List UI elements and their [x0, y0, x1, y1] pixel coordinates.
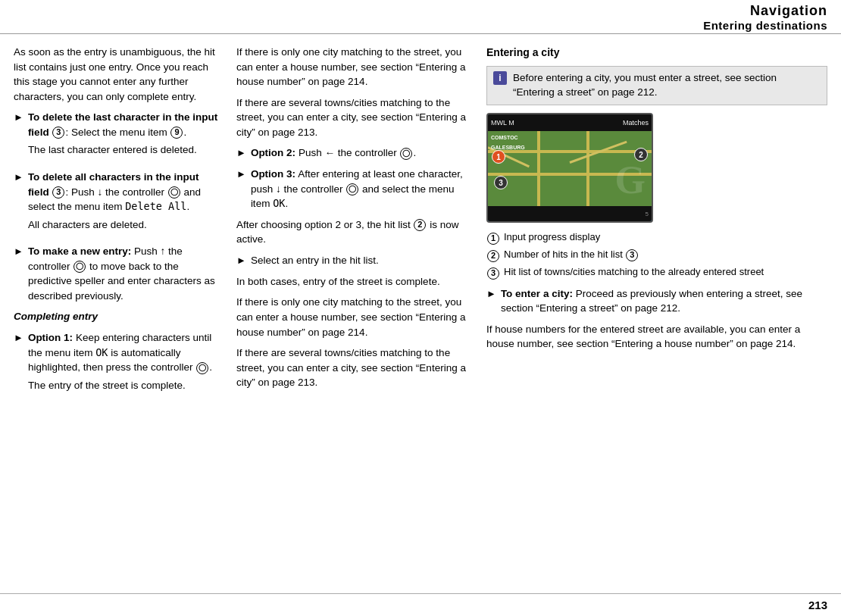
house-number-text: If house numbers for the entered street …: [486, 322, 827, 352]
arrow-icon-5: ►: [236, 146, 246, 161]
bullet-new-entry: ► To make a new entry: Push ↑ the contro…: [14, 244, 221, 303]
option1-label: Option 1:: [28, 332, 73, 343]
road-horizontal-1: [488, 150, 652, 153]
bold-label-3: To make a new entry:: [28, 245, 131, 257]
circle-ctrl-4: ◯: [400, 148, 412, 160]
column-middle: If there is only one city matching to th…: [233, 45, 483, 573]
caption-circle-3: 3: [486, 266, 500, 280]
repeat-intro1: If there is only one city matching to th…: [236, 295, 471, 339]
bullet-enter-city-content: To enter a city: Proceed as previously w…: [501, 286, 827, 316]
info-box: i Before entering a city, you must enter…: [486, 66, 827, 105]
column-left: As soon as the entry is unambiguous, the…: [14, 45, 233, 573]
city-label-2: GALESBURG: [491, 145, 525, 150]
content-area: As soon as the entry is unambiguous, the…: [0, 34, 841, 580]
caption-item-3: 3 Hit list of towns/cities matching to t…: [486, 265, 827, 280]
info-text: Before entering a city, you must enter a…: [513, 71, 821, 100]
header-subtitle: Entering destinations: [0, 19, 827, 32]
bullet-option1: ► Option 1: Keep entering characters unt…: [14, 330, 221, 399]
after-options: After choosing option 2 or 3, the hit li…: [236, 217, 471, 247]
menu-ok: OK: [95, 346, 108, 358]
caption-text-3: Hit list of towns/cities matching to the…: [504, 265, 764, 279]
map-letter-g: G: [615, 158, 646, 202]
arrow-icon-2: ►: [14, 170, 23, 238]
repeat-intro2: If there are several towns/cities matchi…: [236, 346, 471, 390]
circle-3: 3: [52, 127, 64, 139]
circle-ctrl-3: ◯: [196, 362, 208, 374]
circle-ctrl: ◯: [168, 186, 180, 199]
nav-screen-image: MWL M Matches City:: [486, 113, 653, 223]
info-icon: i: [493, 71, 507, 85]
bullet-option1-content: Option 1: Keep entering characters until…: [28, 330, 221, 399]
nav-badge-2: 2: [634, 148, 648, 161]
both-cases: In both cases, entry of the street is co…: [236, 274, 471, 289]
page-header: Navigation Entering destinations: [0, 0, 841, 34]
arrow-icon-6: ►: [236, 167, 246, 211]
option2-label: Option 2:: [251, 147, 295, 158]
delete-last-note: The last character entered is deleted.: [28, 142, 221, 158]
option1-note: The entry of the street is complete.: [28, 378, 221, 393]
mid-intro2: If there are several towns/cities matchi…: [236, 95, 471, 140]
caption-circle-2: 2: [486, 249, 500, 262]
option3-label: Option 3:: [251, 168, 295, 180]
menu-delete-all: Delete All: [125, 200, 186, 212]
nav-map-area: COMSTOC GALESBURG G 1 2 3: [488, 131, 652, 206]
entering-city-heading: Entering a city: [486, 45, 827, 60]
caption-text-2: Number of hits in the hit list 3: [504, 248, 639, 261]
bold-label: To delete the last character in the inpu…: [28, 111, 217, 138]
mid-intro1: If there is only one city matching to th…: [236, 45, 471, 89]
nav-bottom-num: 5: [646, 211, 649, 217]
caption-circle-1: 1: [486, 231, 500, 245]
header-title: Navigation: [0, 3, 827, 19]
circle-ctrl-2: ◯: [73, 261, 86, 273]
bullet-delete-all: ► To delete all characters in the input …: [14, 170, 221, 238]
circle-3b: 3: [52, 186, 64, 199]
bullet-option3: ► Option 3: After entering at least one …: [236, 167, 471, 211]
arrow-icon-7: ►: [236, 254, 246, 268]
circle-ctrl-5: ◯: [346, 183, 358, 195]
nav-top-label: Matches: [623, 119, 649, 127]
road-vertical-1: [537, 131, 540, 206]
road-vertical-2: [586, 131, 589, 206]
bullet-select-entry-content: Select an entry in the hit list.: [251, 253, 471, 268]
nav-badge-3: 3: [494, 176, 508, 189]
nav-top-left-text: MWL M: [491, 119, 514, 127]
nav-map-bg: COMSTOC GALESBURG G 1 2 3: [488, 131, 652, 206]
column-right: Entering a city i Before entering a city…: [483, 45, 827, 573]
bullet-new-entry-content: To make a new entry: Push ↑ the controll…: [28, 244, 221, 303]
bullet-option3-content: Option 3: After entering at least one ch…: [251, 167, 471, 211]
bullet-delete-last-content: To delete the last character in the inpu…: [28, 110, 221, 164]
city-label-1: COMSTOC: [491, 135, 518, 140]
arrow-icon-4: ►: [14, 331, 23, 399]
arrow-icon-8: ►: [486, 287, 496, 316]
bullet-select-entry: ► Select an entry in the hit list.: [236, 253, 471, 268]
page-footer: 213: [0, 593, 841, 616]
nav-display: MWL M Matches City:: [488, 114, 652, 221]
bullet-enter-city: ► To enter a city: Proceed as previously…: [486, 286, 827, 316]
arrow-icon: ►: [14, 111, 23, 164]
bullet-delete-last: ► To delete the last character in the in…: [14, 110, 221, 164]
bullet-option2-content: Option 2: Push ← the controller ◯.: [251, 145, 471, 161]
intro-text: As soon as the entry is unambiguous, the…: [14, 45, 221, 104]
completing-entry-heading: Completing entry: [14, 309, 221, 324]
menu-ok-2: OK: [273, 197, 285, 209]
nav-badge-1: 1: [492, 150, 505, 164]
delete-all-note: All characters are deleted.: [28, 217, 221, 233]
caption-list: 1 Input progress display 2 Number of hit…: [486, 230, 827, 280]
circle-9: 9: [170, 127, 183, 139]
bullet-delete-all-content: To delete all characters in the input fi…: [28, 170, 221, 238]
page-number: 213: [808, 599, 827, 611]
caption-item-2: 2 Number of hits in the hit list 3: [486, 248, 827, 262]
nav-bottom-bar: 5: [488, 206, 652, 221]
circle-3-ref: 3: [626, 249, 638, 261]
enter-city-label: To enter a city:: [501, 288, 573, 299]
bullet-option2: ► Option 2: Push ← the controller ◯.: [236, 145, 471, 161]
caption-item-1: 1 Input progress display: [486, 230, 827, 245]
arrow-icon-3: ►: [14, 245, 23, 303]
nav-top-bar: MWL M Matches: [488, 114, 652, 131]
circle-2: 2: [414, 219, 426, 231]
caption-text-1: Input progress display: [504, 230, 600, 244]
